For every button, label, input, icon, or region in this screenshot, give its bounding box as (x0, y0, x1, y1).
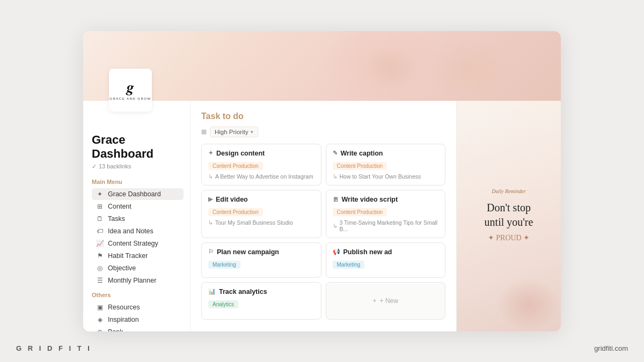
footer-left: G R I D F I T I (16, 344, 92, 352)
main-window: 𝒈 GRACE AND GROW Grace Dashboard 13 back… (83, 31, 561, 331)
task-to-do-title: Task to do (201, 112, 445, 121)
footer-right: gridfiti.com (594, 344, 628, 352)
motivational-text: Don't stop until you're ✦ PROUD ✦ (485, 201, 533, 244)
tag-content-production-4: Content Production (333, 208, 387, 216)
task-card-write-script[interactable]: 🖹 Write video script Content Production … (326, 190, 446, 238)
card-title-text-5: Plan new campaign (217, 248, 279, 256)
sidebar-item-objective[interactable]: ◎ Objective (92, 262, 184, 274)
tag-analytics-1: Analytics (208, 300, 238, 308)
task-link-2: How to Start Your Own Business (333, 173, 439, 180)
card-title-text-2: Write caption (341, 150, 383, 157)
card-title-text-7: Track analytics (219, 288, 267, 295)
card-icon-script: 🖹 (333, 196, 339, 203)
chevron-down-icon: ▾ (251, 129, 253, 135)
task-card-track-analytics[interactable]: 📊 Track analytics Analytics (201, 282, 321, 320)
filter-label: High Priority (215, 129, 248, 135)
nav-icon-grace: ✦ (96, 190, 104, 198)
task-card-title-2: ✎ Write caption (333, 150, 439, 157)
nav-label-resources: Resources (108, 304, 140, 311)
task-card-title: ✦ Design content (208, 150, 314, 157)
sidebar-item-bank[interactable]: ⊛ Bank (92, 326, 184, 331)
sidebar-item-content-strategy[interactable]: 📈 Content Strategy (92, 238, 184, 249)
sidebar-item-habit-tracker[interactable]: ⚑ Habit Tracker (92, 250, 184, 262)
sidebar-item-resources[interactable]: ▣ Resources (92, 301, 184, 313)
nav-icon-strategy: 📈 (96, 240, 104, 247)
motive-blob (496, 278, 561, 331)
nav-icon-tasks: 🗒 (96, 215, 104, 223)
card-title-text-3: Edit video (216, 196, 248, 203)
main-content: Task to do ⊞ High Priority ▾ ✦ Design co… (191, 101, 456, 331)
backlinks: 13 backlinks (92, 163, 184, 170)
task-card-title-3: ▶ Edit video (208, 196, 314, 203)
motive-accent: ✦ PROUD ✦ (488, 234, 530, 242)
sidebar-item-monthly-planner[interactable]: ☰ Monthly Planner (92, 275, 184, 286)
filter-icon: ⊞ (201, 128, 207, 136)
task-card-edit-video[interactable]: ▶ Edit video Content Production Tour My … (201, 190, 321, 238)
task-card-title-7: 📊 Track analytics (208, 288, 314, 295)
card-title-text-4: Write video script (342, 196, 398, 203)
task-link-4: 3 Time-Saving Marketing Tips for Small B… (333, 219, 439, 232)
motive-line2: until you're (485, 216, 533, 228)
nav-label-inspiration: Inspiration (108, 316, 139, 323)
card-icon-video: ▶ (208, 196, 213, 203)
task-card-plan-campaign[interactable]: ⚐ Plan new campaign Marketing (201, 242, 321, 278)
others-label: Others (92, 292, 184, 298)
page-title: Grace Dashboard (92, 133, 184, 161)
nav-icon-inspiration: ◈ (96, 316, 104, 323)
tag-content-production-1: Content Production (208, 162, 263, 170)
card-icon-write: ✎ (333, 150, 338, 157)
sidebar-item-idea-notes[interactable]: 🏷 Idea and Notes (92, 225, 184, 237)
tag-marketing-2: Marketing (333, 261, 365, 269)
card-title-text-6: Publish new ad (343, 248, 392, 256)
banner: 𝒈 GRACE AND GROW (83, 31, 561, 101)
new-card-button[interactable]: + + New (326, 282, 446, 320)
tag-content-production-3: Content Production (208, 208, 263, 216)
motivational-card: Daily Reminder Don't stop until you're ✦… (456, 101, 561, 331)
task-card-title-5: ⚐ Plan new campaign (208, 248, 314, 256)
nav-icon-idea: 🏷 (96, 227, 104, 235)
card-icon-campaign: ⚐ (208, 248, 214, 255)
task-link-3: Tour My Small Business Studio (208, 219, 314, 226)
nav-icon-resources: ▣ (96, 304, 104, 311)
nav-icon-content: ⊞ (96, 203, 104, 210)
sidebar-item-tasks[interactable]: 🗒 Tasks (92, 213, 184, 225)
new-label: + New (380, 297, 398, 305)
sidebar-item-inspiration[interactable]: ◈ Inspiration (92, 314, 184, 326)
nav-label-grace: Grace Dashboard (108, 190, 161, 198)
nav-icon-objective: ◎ (96, 264, 104, 272)
sidebar-item-content[interactable]: ⊞ Content (92, 201, 184, 212)
nav-label-content: Content (108, 203, 131, 210)
tag-marketing-1: Marketing (208, 261, 240, 269)
nav-icon-bank: ⊛ (96, 328, 104, 331)
tag-content-production-2: Content Production (333, 162, 387, 170)
filter-chip-priority[interactable]: High Priority ▾ (210, 127, 258, 137)
nav-label-bank: Bank (108, 328, 123, 331)
nav-label-tasks: Tasks (108, 215, 125, 223)
task-card-publish-ad[interactable]: 📢 Publish new ad Marketing (326, 242, 446, 278)
motive-line1: Don't stop (487, 202, 531, 213)
sidebar-item-grace-dashboard[interactable]: ✦ Grace Dashboard (92, 188, 184, 200)
nav-icon-planner: ☰ (96, 277, 104, 284)
task-card-title-6: 📢 Publish new ad (333, 248, 439, 256)
plus-icon: + (373, 297, 377, 305)
logo-icon: 𝒈 (127, 80, 134, 95)
nav-label-habit: Habit Tracker (108, 252, 148, 260)
task-card-design-content[interactable]: ✦ Design content Content Production A Be… (201, 144, 321, 186)
task-link-1: A Better Way to Advertise on Instagram (208, 173, 314, 180)
tasks-grid: ✦ Design content Content Production A Be… (201, 144, 445, 320)
card-icon-ad: 📢 (333, 248, 340, 255)
task-card-write-caption[interactable]: ✎ Write caption Content Production How t… (326, 144, 446, 186)
nav-label-idea: Idea and Notes (108, 227, 153, 235)
task-card-title-4: 🖹 Write video script (333, 196, 439, 203)
card-icon-analytics: 📊 (208, 288, 216, 295)
filter-bar: ⊞ High Priority ▾ (201, 127, 445, 137)
nav-label-strategy: Content Strategy (108, 240, 158, 247)
nav-label-planner: Monthly Planner (108, 277, 156, 284)
nav-icon-habit: ⚑ (96, 252, 104, 260)
main-menu-label: Main Menu (92, 179, 184, 185)
logo-box: 𝒈 GRACE AND GROW (109, 69, 152, 112)
nav-label-objective: Objective (108, 264, 136, 272)
card-icon-design: ✦ (208, 150, 213, 157)
card-title-text: Design content (216, 150, 265, 157)
logo-text: GRACE AND GROW (109, 97, 151, 100)
